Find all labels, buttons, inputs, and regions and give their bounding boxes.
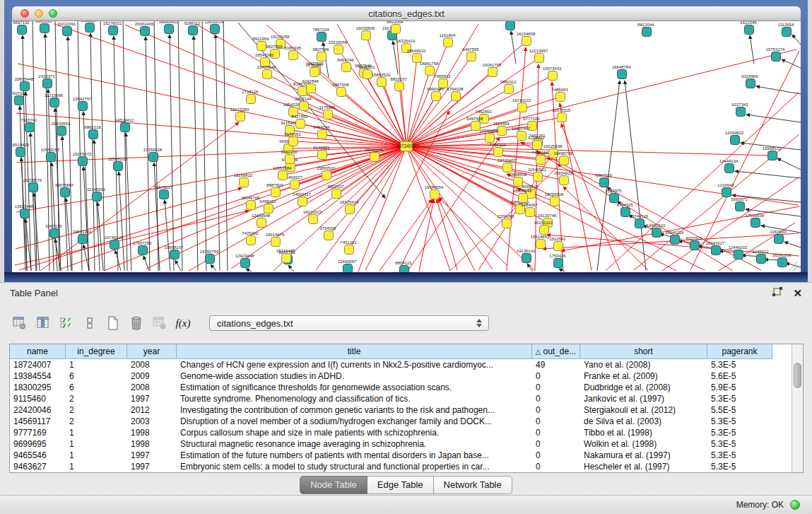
network-node[interactable] [324,231,334,240]
cell-out_degree[interactable]: 0 [532,438,580,450]
network-node[interactable] [337,88,346,97]
cell-year[interactable]: 2012 [127,404,177,416]
network-node[interactable] [334,45,343,54]
table-row[interactable]: 1938455462009Genome-wide association stu… [10,370,792,382]
network-node[interactable] [43,79,52,88]
network-canvas[interactable]: 9697132860112310222091105528715276021200… [12,21,801,272]
network-node[interactable] [290,180,300,189]
network-node[interactable] [430,190,440,199]
network-node[interactable] [25,123,35,132]
cell-pagerank[interactable]: 5.3E-5 [707,359,772,370]
network-node[interactable] [377,78,387,87]
cell-short[interactable]: Tibbo et al. (1998) [580,427,707,438]
network-node[interactable] [109,26,118,35]
column-header-year[interactable]: year [127,344,177,359]
cell-pagerank[interactable]: 5.3E-5 [707,450,772,461]
network-node[interactable] [540,226,549,235]
cell-name[interactable]: 22420046 [10,404,66,416]
cell-pagerank[interactable]: 5.6E-5 [707,370,772,382]
network-node[interactable] [170,250,180,259]
table-selector[interactable]: citations_edges.txt [209,315,489,331]
network-node[interactable] [247,236,256,245]
network-node[interactable] [310,68,319,77]
network-node[interactable] [89,130,98,139]
cell-short[interactable]: Dudbridge et al. (2008) [580,382,707,393]
network-node[interactable] [452,92,461,101]
cell-short[interactable]: Nakamura et al. (1997) [580,450,707,461]
network-node[interactable] [345,245,354,255]
cell-title[interactable]: Estimation of the future numbers of pati… [177,450,532,461]
cell-in_degree[interactable]: 1 [66,359,127,370]
cell-title[interactable]: Embryonic stem cells: a model to study s… [177,461,532,472]
cell-in_degree[interactable]: 2 [66,393,127,404]
network-node[interactable] [318,130,327,139]
network-node[interactable] [503,163,512,173]
network-node[interactable] [618,70,627,79]
network-node[interactable] [506,21,515,30]
network-graph[interactable]: 9697132860112310222091105528715276021200… [12,21,801,272]
close-panel-icon[interactable]: ✕ [793,288,802,299]
cell-out_degree[interactable]: 49 [532,359,580,370]
network-node[interactable] [317,33,326,42]
network-node[interactable] [78,157,88,166]
cell-year[interactable]: 1998 [127,427,177,438]
network-node[interactable] [20,209,30,218]
table-row[interactable]: 1830029562008Estimation of significance … [10,382,792,393]
network-node[interactable] [110,240,119,250]
cell-year[interactable]: 2008 [127,359,177,370]
column-header-name[interactable]: name [10,344,66,359]
network-node[interactable] [343,264,353,273]
network-node[interactable] [522,254,531,263]
network-node[interactable] [298,197,307,206]
table-row[interactable]: 911546021997Tourette syndrome. Phenomeno… [10,393,792,404]
network-node[interactable] [671,235,680,245]
network-node[interactable] [332,189,341,199]
network-node[interactable] [78,235,88,244]
network-node[interactable] [745,25,754,35]
network-node[interactable] [725,164,734,173]
cell-pagerank[interactable]: 5.3E-5 [707,393,772,404]
table-settings-button[interactable] [11,314,28,332]
network-node[interactable] [533,141,542,150]
network-node[interactable] [346,205,355,214]
network-node[interactable] [444,38,453,47]
network-node[interactable] [471,122,481,131]
network-node[interactable] [370,153,379,162]
network-node[interactable] [519,194,528,203]
network-node[interactable] [690,241,700,250]
network-node[interactable] [47,153,56,162]
cell-short[interactable]: Hescheler et al. (1997) [580,461,707,472]
network-node[interactable] [271,188,281,197]
network-node[interactable] [734,250,743,259]
table-row[interactable]: 1456911722003Disruption of a novel membe… [10,416,792,427]
cell-title[interactable]: Corpus callosum shape and size in male p… [177,427,532,438]
cell-title[interactable]: Estimation of significance thresholds fo… [177,382,532,393]
network-node[interactable] [757,255,766,264]
network-node[interactable] [342,63,351,72]
network-node[interactable] [556,93,565,102]
network-node[interactable] [29,183,38,192]
cell-name[interactable]: 9463627 [10,461,66,472]
network-node[interactable] [78,102,88,111]
network-node[interactable] [751,218,760,228]
network-node[interactable] [257,42,266,51]
network-node[interactable] [93,192,102,201]
network-node[interactable] [86,23,95,33]
cell-in_degree[interactable]: 1 [66,450,127,461]
network-node[interactable] [61,188,70,197]
memory-status-label[interactable]: Memory: OK [736,500,784,510]
cell-title[interactable]: Disruption of a novel member of a sodium… [177,416,532,427]
network-node[interactable] [40,24,49,33]
network-node[interactable] [264,204,273,214]
cell-year[interactable]: 1997 [127,461,177,472]
network-node[interactable] [289,137,298,146]
network-node[interactable] [241,259,250,268]
delete-table-button[interactable] [128,314,145,332]
network-node[interactable] [536,240,546,249]
column-header-out_degree[interactable]: △out_de... [532,344,580,359]
column-header-pagerank[interactable]: pagerank [707,344,772,359]
table-row[interactable]: 1872400712008Changes of HCN gene express… [10,359,792,370]
create-table-button[interactable] [105,314,122,332]
cell-short[interactable]: Jankovic et al. (1997) [580,393,707,404]
network-node[interactable] [141,27,150,36]
